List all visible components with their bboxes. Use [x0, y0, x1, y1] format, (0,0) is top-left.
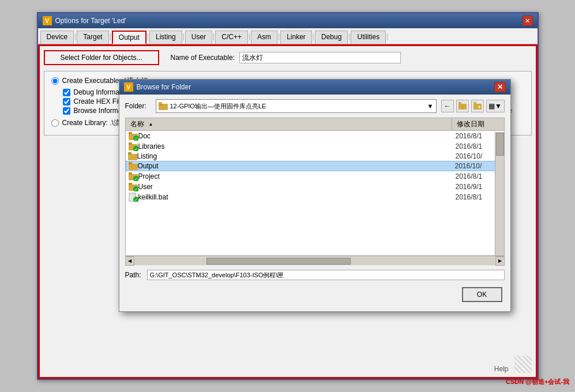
dialog-title-left: V Browse for Folder — [124, 82, 191, 92]
main-window: V Options for Target 'Led' ✕ Device | Ta… — [37, 12, 539, 380]
file-list-container: 名称 ▲ 修改日期 — [125, 118, 505, 256]
file-row-doc[interactable]: ✓ Doc 2016/8/1 — [126, 131, 504, 141]
file-row-output[interactable]: Output 2016/10/ — [126, 161, 504, 171]
folder-green-icon-4: ✓ — [128, 182, 138, 191]
nav-up-button[interactable]: ↑ — [456, 100, 469, 112]
file-name-listing: Listing — [137, 152, 456, 160]
debug-checkbox[interactable] — [63, 89, 70, 96]
svg-text:✓: ✓ — [134, 137, 138, 141]
executable-label: Name of Executable: — [171, 54, 235, 62]
content-area: Select Folder for Objects... Name of Exe… — [38, 44, 538, 379]
svg-rect-22 — [129, 172, 132, 175]
dialog-close-button[interactable]: ✕ — [494, 82, 506, 92]
file-name-project: Project — [138, 172, 456, 180]
folder-nav-row: Folder: 12-GPIO输出—使用固件库点亮LE ▼ ← — [125, 99, 505, 113]
executable-input[interactable] — [239, 52, 401, 63]
create-hex-label: Create HEX File — [74, 97, 124, 105]
dialog-buttons: OK — [125, 285, 505, 307]
tab-linker[interactable]: Linker — [280, 31, 312, 44]
folder-plain-icon — [128, 152, 137, 160]
select-folder-row: Select Folder for Objects... Name of Exe… — [44, 50, 532, 65]
scroll-track[interactable] — [134, 257, 495, 265]
window-title: Options for Target 'Led' — [55, 17, 126, 25]
tab-user[interactable]: User — [185, 31, 212, 44]
file-date-output: 2016/10/ — [455, 162, 501, 170]
folder-value: 12-GPIO输出—使用固件库点亮LE — [170, 102, 266, 111]
file-list-body: ✓ Doc 2016/8/1 — [126, 131, 504, 254]
scroll-left-button[interactable]: ◀ — [125, 257, 134, 266]
tab-target[interactable]: Target — [77, 31, 108, 44]
file-row-user[interactable]: ✓ User 2016/9/1 — [126, 182, 504, 192]
svg-rect-20 — [129, 162, 132, 164]
ok-button[interactable]: OK — [462, 287, 502, 302]
dialog-app-icon: V — [124, 82, 133, 92]
col-date-header[interactable]: 修改日期 — [452, 118, 504, 130]
file-row-keilkill[interactable]: ✓ keilkill.bat 2016/8/1 — [126, 192, 504, 202]
tab-listing[interactable]: Listing — [149, 31, 182, 44]
file-name-doc: Doc — [138, 132, 456, 140]
dropdown-arrow-icon: ▼ — [427, 103, 434, 110]
file-name-libraries: Libraries — [138, 142, 456, 150]
tab-asm[interactable]: Asm — [251, 31, 277, 44]
tab-device[interactable]: Device — [40, 31, 74, 44]
create-exec-radio[interactable] — [51, 77, 59, 85]
close-button[interactable]: ✕ — [523, 16, 533, 26]
path-input[interactable] — [147, 270, 505, 280]
select-folder-button[interactable]: Select Folder for Objects... — [44, 50, 159, 65]
folder-green-icon: ✓ — [128, 131, 138, 141]
nav-new-folder-button[interactable]: + — [471, 100, 484, 112]
app-icon: V — [43, 16, 52, 25]
path-label: Path: — [125, 271, 142, 279]
svg-text:✓: ✓ — [134, 147, 138, 151]
tab-debug[interactable]: Debug — [315, 31, 348, 44]
svg-rect-10 — [129, 132, 132, 134]
svg-rect-4 — [459, 102, 461, 104]
svg-rect-14 — [129, 142, 132, 145]
file-icon: ✓ — [128, 193, 138, 202]
help-text: Help — [494, 365, 509, 373]
sort-arrow-icon: ▲ — [149, 122, 153, 127]
file-list-header: 名称 ▲ 修改日期 — [126, 118, 504, 131]
vertical-scrollbar[interactable] — [495, 132, 504, 255]
nav-view-button[interactable]: ▦▼ — [486, 100, 505, 112]
tab-utilities[interactable]: Utilities — [351, 31, 386, 44]
watermark: CSDN @创造+会试-我 — [506, 378, 569, 386]
tab-cpp[interactable]: C/C++ — [215, 31, 248, 44]
dialog-title: Browse for Folder — [137, 83, 191, 91]
nav-back-button[interactable]: ← — [441, 100, 454, 112]
title-bar-left: V Options for Target 'Led' — [43, 16, 126, 25]
nav-icons: ← ↑ — [441, 100, 505, 112]
tab-output[interactable]: Output — [112, 31, 146, 44]
create-lib-radio[interactable] — [51, 119, 59, 127]
svg-text:+: + — [478, 104, 480, 110]
svg-rect-26 — [129, 183, 132, 185]
horizontal-scrollbar[interactable]: ◀ ▶ — [125, 256, 505, 265]
scroll-right-button[interactable]: ▶ — [495, 257, 505, 266]
scroll-thumb[interactable] — [206, 258, 351, 265]
col-name-header[interactable]: 名称 ▲ — [126, 118, 452, 130]
file-row-project[interactable]: ✓ Project 2016/8/1 — [126, 171, 504, 182]
dialog-titlebar: V Browse for Folder ✕ — [119, 80, 510, 95]
executable-row: Name of Executable: — [171, 52, 401, 63]
folder-icon — [159, 102, 168, 110]
svg-text:✓: ✓ — [134, 198, 138, 202]
create-hex-checkbox[interactable] — [63, 98, 70, 105]
svg-rect-19 — [129, 164, 138, 170]
svg-rect-7 — [473, 102, 476, 104]
dialog-window: V Browse for Folder ✕ Folder: — [119, 79, 511, 312]
svg-rect-2 — [159, 102, 162, 104]
folder-green-icon-2: ✓ — [128, 142, 138, 151]
file-row-listing[interactable]: Listing 2016/10/ — [126, 152, 504, 161]
browse-checkbox[interactable] — [63, 107, 70, 115]
scrollbar-thumb[interactable] — [496, 133, 504, 156]
tab-bar: Device | Target | Output | Listing | Use… — [38, 28, 538, 44]
file-row-libraries[interactable]: ✓ Libraries 2016/8/1 — [126, 141, 504, 152]
folder-dropdown[interactable]: 12-GPIO输出—使用固件库点亮LE ▼ — [156, 99, 437, 113]
browse-dialog: V Browse for Folder ✕ Folder: — [119, 79, 511, 312]
new-folder-icon: + — [473, 102, 482, 110]
up-folder-icon: ↑ — [458, 102, 467, 110]
title-bar: V Options for Target 'Led' ✕ — [38, 13, 538, 28]
svg-rect-17 — [128, 154, 137, 160]
file-name-output: Output — [138, 162, 455, 170]
svg-rect-18 — [128, 152, 131, 154]
